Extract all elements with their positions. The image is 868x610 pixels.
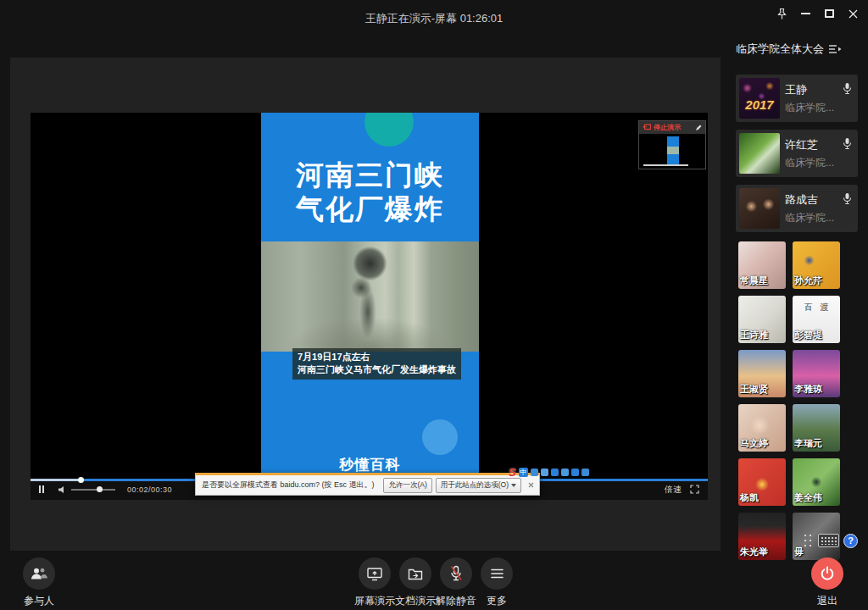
help-icon[interactable]: ? <box>843 534 858 548</box>
stop-presenting-label: 停止演示 <box>654 123 681 132</box>
keyboard-icon[interactable] <box>818 534 839 547</box>
participant-name: 许红芝 <box>785 137 818 152</box>
doc-share-button[interactable]: 文档演示 <box>395 551 436 608</box>
notification-close-button[interactable] <box>525 480 537 491</box>
maximize-button[interactable] <box>817 3 841 25</box>
close-icon <box>849 9 858 19</box>
maximize-icon <box>825 9 834 18</box>
ime-icon <box>531 469 538 476</box>
shared-screen: 河南三门峡 气化厂爆炸 7月19日17点左右 河南三门峡义马市气化厂发生爆炸事故… <box>31 113 708 500</box>
video-title-line2: 气化厂爆炸 <box>261 192 479 226</box>
mic-icon[interactable] <box>843 192 852 205</box>
notification-message: 是否要以全屏模式查看 baidu.com? (按 Esc 退出。) <box>202 480 375 491</box>
avatar <box>739 133 780 174</box>
participant-org: 临床学院... <box>785 211 834 225</box>
volume-control[interactable] <box>58 485 115 494</box>
progress-handle[interactable] <box>78 477 84 483</box>
ime-icon <box>541 469 548 476</box>
participant-row[interactable]: 许红芝 临床学院... <box>736 130 858 177</box>
presenting-screen-icon <box>643 124 651 131</box>
caption-line2: 河南三门峡义马市气化厂发生爆炸事故 <box>298 363 456 376</box>
explosion-photo <box>261 241 479 352</box>
fullscreen-icon[interactable] <box>690 485 699 494</box>
meeting-title: 临床学院全体大会 <box>736 42 824 57</box>
participant-tile[interactable]: 李瑞元 <box>793 404 840 452</box>
caption-line1: 7月19日17点左右 <box>298 351 456 363</box>
baike-brand-logo: 秒懂百科 <box>261 455 479 474</box>
unmute-button[interactable]: 解除静音 <box>436 551 476 608</box>
screen-share-icon <box>367 567 382 581</box>
avatar <box>739 188 780 229</box>
decor-circle-blue <box>422 419 458 455</box>
more-button[interactable]: 更多 <box>476 551 517 608</box>
doc-share-icon <box>408 568 423 580</box>
participant-row[interactable]: 2017 王静 临床学院... <box>736 75 858 122</box>
ime-icon <box>581 469 589 476</box>
participant-tile[interactable]: 孙允芹 <box>793 241 840 289</box>
pause-button[interactable] <box>39 485 44 493</box>
participant-row[interactable]: 路成吉 临床学院... <box>736 185 858 232</box>
baike-video: 河南三门峡 气化厂爆炸 7月19日17点左右 河南三门峡义马市气化厂发生爆炸事故… <box>261 113 479 479</box>
volume-slider[interactable] <box>71 489 115 491</box>
allow-once-button[interactable]: 允许一次(A) <box>383 478 431 493</box>
playback-time: 00:02/00:30 <box>127 485 172 494</box>
dropdown-caret-icon <box>511 484 516 487</box>
participant-name: 王静 <box>785 82 807 97</box>
participant-name: 路成吉 <box>785 192 818 208</box>
sogou-logo-icon: S <box>509 466 516 479</box>
mic-icon[interactable] <box>843 82 852 95</box>
close-button[interactable] <box>841 3 865 25</box>
ime-toolbar[interactable]: S 中 <box>509 467 589 478</box>
video-title-line1: 河南三门峡 <box>261 158 479 192</box>
mic-muted-icon <box>449 565 463 582</box>
participant-tile[interactable]: 百渡彭碧堤 <box>793 296 840 343</box>
titlebar: 王静正在演示-屏幕 01:26:01 <box>0 0 868 34</box>
annotate-pen-icon[interactable] <box>695 125 702 131</box>
video-caption: 7月19日17点左右 河南三门峡义马市气化厂发生爆炸事故 <box>292 348 461 380</box>
participant-org: 临床学院... <box>785 101 834 115</box>
exit-button[interactable]: 退出 <box>807 551 848 608</box>
ime-drag-dots-icon <box>803 533 814 548</box>
participants-sidebar: 临床学院全体大会 2017 王静 临床学院... 许红芝 临床学院... 路成吉… <box>731 34 868 561</box>
participant-tile[interactable]: 马文婷 <box>738 404 786 452</box>
ime-mode-icon: 中 <box>519 468 528 477</box>
mic-icon[interactable] <box>843 137 852 150</box>
presenting-title: 王静正在演示-屏幕 01:26:01 <box>0 11 868 26</box>
bottom-toolbar: 参与人 屏幕演示 文档演示 解除静音 更多 退出 <box>0 551 868 610</box>
participants-button[interactable]: 参与人 <box>19 551 59 608</box>
pip-progress <box>643 164 688 166</box>
minimize-button[interactable] <box>793 3 817 25</box>
participant-org: 临床学院... <box>785 156 834 170</box>
screen-share-button[interactable]: 屏幕演示 <box>354 551 395 608</box>
pip-preview <box>639 134 705 169</box>
ime-icon <box>551 469 559 476</box>
stop-presenting-bar[interactable]: 停止演示 <box>639 121 705 134</box>
pin-icon[interactable] <box>770 3 793 25</box>
participants-icon <box>31 567 47 580</box>
site-options-button[interactable]: 用于此站点的选项(O) <box>436 478 521 493</box>
participant-tile[interactable]: 常晨星 <box>738 241 786 289</box>
power-icon <box>820 566 835 581</box>
progress-played <box>31 479 78 481</box>
decor-circle-teal <box>364 113 414 147</box>
playback-speed-button[interactable]: 倍速 <box>665 484 682 496</box>
pip-mini-video <box>667 136 679 164</box>
stop-presenting-popup: 停止演示 <box>638 120 706 169</box>
close-icon <box>528 482 534 488</box>
window-controls <box>770 3 865 25</box>
meeting-app-window: 王静正在演示-屏幕 01:26:01 河南三门峡 气化厂爆炸 <box>0 0 868 610</box>
participant-tile[interactable]: 王淑贤 <box>738 350 786 397</box>
participant-tile[interactable]: 李雅琼 <box>793 350 840 397</box>
participant-tile[interactable]: 杨凯 <box>738 458 786 506</box>
minimize-icon <box>801 13 810 14</box>
ime-icon <box>561 469 569 476</box>
participant-tile[interactable]: 姜全伟 <box>793 458 840 506</box>
avatar: 2017 <box>739 78 780 119</box>
browser-notification-bar: 是否要以全屏模式查看 baidu.com? (按 Esc 退出。) 允许一次(A… <box>195 473 540 496</box>
panel-collapse-icon[interactable] <box>828 44 842 54</box>
ime-icon <box>571 469 579 476</box>
participant-tile[interactable]: 王诗雅 <box>738 296 786 343</box>
speaker-icon <box>58 485 67 494</box>
system-overlay-icons: ? <box>803 533 858 548</box>
video-title: 河南三门峡 气化厂爆炸 <box>261 158 479 226</box>
